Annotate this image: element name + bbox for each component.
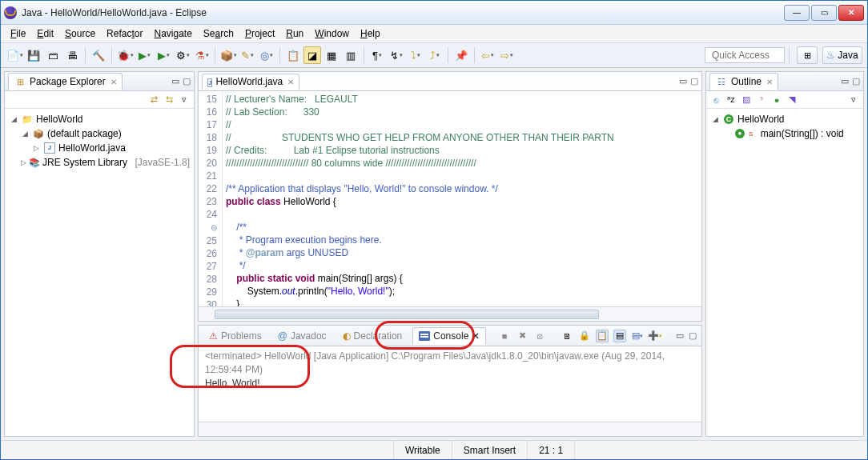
menu-edit[interactable]: Edit (32, 26, 58, 41)
sort-button[interactable]: ᵃz (725, 94, 737, 106)
editor-panel: J HelloWorld.java ✕ ▭ ▢ 1516171819202122… (198, 71, 702, 322)
close-editor-icon[interactable]: ✕ (287, 78, 294, 86)
debug-button[interactable]: 🐞▾ (116, 46, 134, 64)
close-outline-icon[interactable]: ✕ (766, 78, 773, 86)
minimize-bottom-button[interactable]: ▭ (676, 330, 684, 341)
minimize-button[interactable]: — (784, 5, 810, 21)
console-output[interactable]: <terminated> HelloWorld [Java Applicatio… (199, 346, 701, 422)
link-editor-button[interactable]: ⇆ (163, 94, 175, 106)
minimize-view-button[interactable]: ▭ (171, 76, 179, 86)
terminate-button[interactable]: ■ (498, 330, 511, 342)
editor-tab[interactable]: J HelloWorld.java ✕ (202, 74, 299, 90)
maximize-view-button[interactable]: ▢ (183, 76, 191, 86)
java-file-icon: J (207, 78, 212, 87)
hide-fields-button[interactable]: ▨ (740, 94, 753, 106)
pin-console-button[interactable]: 📋 (596, 330, 609, 342)
tree-java-file[interactable]: ▷JHelloWorld.java (10, 141, 189, 155)
package-explorer-panel: ⊞ Package Explorer ✕ ▭ ▢ ⇄ ⇆ ▿ ◢📁HelloWo… (4, 71, 195, 437)
show-whitespace-button[interactable]: ¶▾ (368, 46, 386, 64)
window-title: Java - HelloWorld/HelloWorld.java - Ecli… (22, 7, 784, 18)
maximize-editor-button[interactable]: ▢ (690, 76, 698, 86)
console-hscrollbar[interactable] (199, 422, 701, 436)
quick-access-input[interactable] (705, 47, 785, 63)
new-package-button[interactable]: 📦▾ (219, 46, 237, 64)
outline-class[interactable]: ◢CHelloWorld (711, 112, 858, 126)
save-button[interactable]: 💾 (25, 46, 42, 64)
problems-tab[interactable]: ⚠Problems (203, 328, 267, 344)
bottom-tabstrip: ⚠Problems @Javadoc ◐Declaration Console✕… (199, 326, 701, 346)
print-button[interactable]: 🖶 (63, 46, 81, 64)
menu-refactor[interactable]: Refactor (102, 26, 147, 41)
prev-annotation-button[interactable]: ⤴▾ (426, 46, 444, 64)
focus-button[interactable]: ⎋ (709, 94, 722, 106)
menu-file[interactable]: File (6, 26, 30, 41)
close-button[interactable]: ✕ (838, 5, 864, 21)
close-icon[interactable]: ✕ (111, 78, 117, 86)
save-all-button[interactable]: 🗃 (44, 46, 62, 64)
tree-default-package[interactable]: ◢📦(default package) (10, 126, 189, 141)
next-annotation-button[interactable]: ⤵▾ (407, 46, 424, 64)
open-console-button[interactable]: ▤▾ (631, 330, 644, 342)
open-perspective-button[interactable]: ⊞ (797, 46, 818, 64)
minimize-editor-button[interactable]: ▭ (679, 76, 687, 86)
remove-all-button[interactable]: ⦻ (533, 330, 546, 342)
new-class-button[interactable]: ✎▾ (239, 46, 256, 64)
menu-search[interactable]: Search (199, 26, 239, 41)
build-button[interactable]: 🔨 (90, 46, 107, 64)
tree-jre[interactable]: ▷📚JRE System Library [JavaSE-1.8] (10, 155, 189, 170)
console-tab[interactable]: Console✕ (412, 327, 486, 345)
maximize-button[interactable]: ▭ (811, 5, 837, 21)
outline-tab[interactable]: ☷ Outline ✕ (709, 73, 778, 90)
pin-editor-button[interactable]: 📌 (452, 46, 470, 64)
scroll-lock-button[interactable]: 🔒 (578, 330, 591, 342)
open-task-button[interactable]: 📋 (284, 46, 302, 64)
outline-menu-button[interactable]: ▿ (847, 94, 860, 106)
new-button[interactable]: 📄▾ (6, 46, 23, 64)
menu-navigate[interactable]: Navigate (149, 26, 196, 41)
code-editor[interactable]: 15161718192021222324⊖252627282930313233 … (199, 91, 701, 306)
statusbar: Writable Smart Insert 21 : 1 (1, 440, 867, 459)
java-perspective-button[interactable]: ♨Java (822, 46, 862, 64)
editor-hscrollbar[interactable] (199, 306, 701, 321)
run-button[interactable]: ▶▾ (135, 46, 153, 64)
close-console-icon[interactable]: ✕ (472, 330, 480, 342)
hide-static-button[interactable]: ˢ (755, 94, 768, 106)
tree-project[interactable]: ◢📁HelloWorld (10, 112, 189, 126)
block-select-button[interactable]: ▥ (342, 46, 360, 64)
menu-run[interactable]: Run (281, 26, 308, 41)
menu-window[interactable]: Window (310, 26, 354, 41)
view-menu-button[interactable]: ▿ (178, 94, 191, 106)
forward-button[interactable]: ⇨▾ (498, 46, 516, 64)
new-console-button[interactable]: ➕▾ (649, 330, 661, 342)
outline-method[interactable]: ●S main(String[]) : void (711, 126, 858, 141)
declaration-tab[interactable]: ◐Declaration (337, 328, 408, 344)
package-explorer-tab[interactable]: ⊞ Package Explorer ✕ (8, 73, 123, 90)
status-spacer (1, 441, 393, 459)
run-last-button[interactable]: ▶▾ (155, 46, 172, 64)
code-content[interactable]: // Lecturer's Name: LEGAULT // Lab Secti… (223, 91, 701, 306)
annotation-nav-button[interactable]: ↯▾ (388, 46, 405, 64)
menu-source[interactable]: Source (60, 26, 100, 41)
hide-local-button[interactable]: ◥ (786, 94, 798, 106)
ext-tools-button[interactable]: ⚗▾ (193, 46, 211, 64)
coverage-button[interactable]: ⚙▾ (174, 46, 191, 64)
new-type-button[interactable]: ◎▾ (258, 46, 275, 64)
outline-tree[interactable]: ◢CHelloWorld ●S main(String[]) : void (706, 109, 863, 436)
maximize-outline-button[interactable]: ▢ (852, 76, 860, 86)
package-tree[interactable]: ◢📁HelloWorld ◢📦(default package) ▷JHello… (5, 109, 194, 436)
back-button[interactable]: ⇦▾ (479, 46, 496, 64)
javadoc-tab[interactable]: @Javadoc (272, 328, 332, 344)
hide-nonpublic-button[interactable]: ● (770, 94, 783, 106)
menu-help[interactable]: Help (356, 26, 385, 41)
remove-launch-button[interactable]: ✖ (516, 330, 528, 342)
minimize-outline-button[interactable]: ▭ (841, 76, 849, 86)
toggle-breadcrumb-button[interactable]: ◪ (303, 46, 321, 64)
maximize-bottom-button[interactable]: ▢ (689, 330, 697, 341)
clear-console-button[interactable]: 🗎 (561, 330, 573, 342)
display-console-button[interactable]: ▤ (613, 330, 626, 342)
console-output-line: Hello, World! (205, 377, 695, 390)
mark-occurrences-button[interactable]: ▦ (323, 46, 340, 64)
menu-project[interactable]: Project (240, 26, 279, 41)
status-writable: Writable (393, 441, 452, 459)
collapse-all-button[interactable]: ⇄ (147, 94, 160, 106)
